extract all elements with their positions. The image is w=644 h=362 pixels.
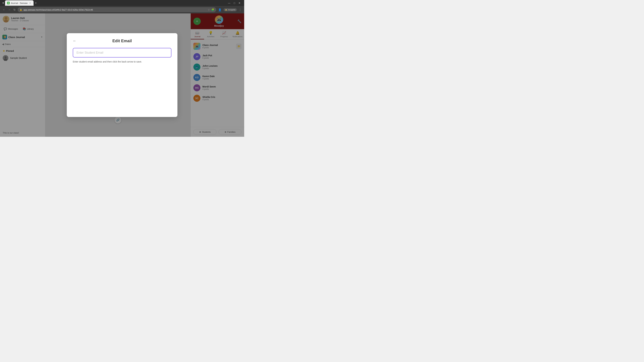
extensions-icon[interactable]: 🧩 bbox=[211, 8, 214, 11]
tab-title: Journal - Seesaw bbox=[11, 2, 28, 4]
app-container: Lauren Deli Teacher - 2 Classes 💬 Messag… bbox=[0, 13, 244, 137]
reload-button[interactable]: ↻ bbox=[13, 7, 16, 12]
incognito-badge: 🕵 Incognito bbox=[224, 8, 237, 11]
minimize-button[interactable]: — bbox=[227, 1, 232, 4]
new-tab-button[interactable]: + bbox=[34, 1, 38, 5]
modal-header: ← Edit Email bbox=[73, 38, 172, 43]
edit-email-modal: ← Edit Email Enter student email address… bbox=[67, 33, 178, 117]
address-bar-row: ← → ↻ 🔒 app.seesaw.me/#/class/class.e01b… bbox=[0, 6, 244, 13]
lock-icon: 🔒 bbox=[20, 8, 22, 11]
more-options-button[interactable]: ⋮ bbox=[238, 7, 242, 12]
address-bar[interactable]: 🔒 app.seesaw.me/#/class/class.e01bf4c2-9… bbox=[18, 7, 216, 12]
browser-tab[interactable]: S Journal - Seesaw × bbox=[5, 0, 34, 6]
address-url: app.seesaw.me/#/class/class.e01bf4c2-9a2… bbox=[24, 8, 206, 11]
email-hint-text: Enter student email address and then cli… bbox=[73, 60, 172, 63]
modal-content: Enter student email address and then cli… bbox=[73, 48, 172, 112]
tab-favicon: S bbox=[7, 2, 10, 4]
modal-overlay[interactable]: ← Edit Email Enter student email address… bbox=[0, 13, 244, 137]
incognito-icon: 🕵 bbox=[225, 9, 227, 11]
profile-button[interactable]: 👤 bbox=[218, 7, 222, 12]
modal-back-button[interactable]: ← bbox=[73, 39, 76, 43]
forward-nav-button[interactable]: → bbox=[8, 7, 12, 12]
tab-list-button[interactable]: ▼ bbox=[1, 1, 5, 5]
tab-close-button[interactable]: × bbox=[28, 1, 32, 4]
tab-bar: ▼ S Journal - Seesaw × + — □ ✕ bbox=[0, 0, 244, 6]
back-nav-button[interactable]: ← bbox=[2, 7, 6, 12]
modal-title: Edit Email bbox=[73, 38, 172, 43]
bookmark-icon[interactable]: ☆ bbox=[208, 8, 210, 11]
student-email-input[interactable] bbox=[73, 48, 172, 57]
restore-button[interactable]: □ bbox=[233, 1, 236, 4]
browser-chrome: ▼ S Journal - Seesaw × + — □ ✕ ← → ↻ 🔒 a… bbox=[0, 0, 244, 13]
close-button[interactable]: ✕ bbox=[238, 1, 242, 4]
